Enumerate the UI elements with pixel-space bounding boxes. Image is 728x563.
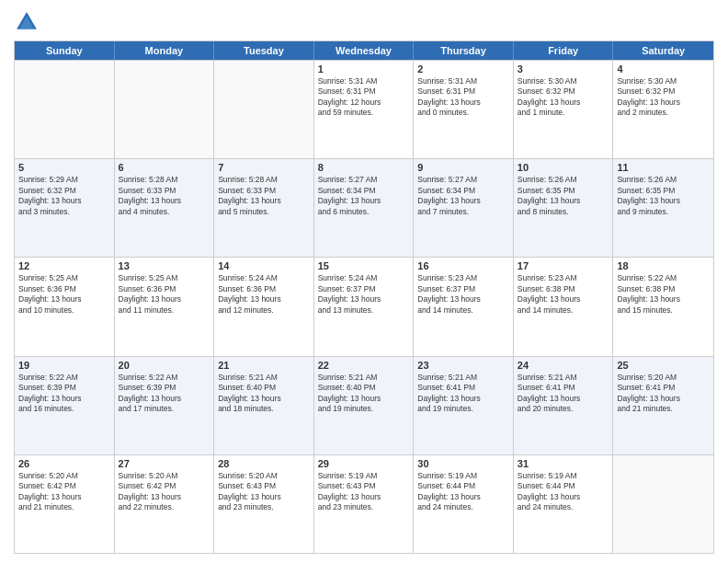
day-number: 19: [18, 360, 110, 371]
day-number: 30: [417, 458, 509, 469]
day-number: 15: [318, 260, 410, 271]
calendar: SundayMondayTuesdayWednesdayThursdayFrid…: [14, 40, 714, 554]
day-number: 28: [218, 458, 310, 469]
day-info: Sunrise: 5:25 AM Sunset: 6:36 PM Dayligh…: [119, 273, 210, 316]
calendar-cell: [15, 61, 115, 158]
calendar-row: 12Sunrise: 5:25 AM Sunset: 6:36 PM Dayli…: [15, 257, 713, 355]
day-info: Sunrise: 5:30 AM Sunset: 6:32 PM Dayligh…: [518, 76, 609, 119]
day-number: 6: [119, 162, 210, 173]
calendar-cell: 9Sunrise: 5:27 AM Sunset: 6:34 PM Daylig…: [414, 159, 514, 257]
day-info: Sunrise: 5:20 AM Sunset: 6:42 PM Dayligh…: [18, 471, 110, 513]
calendar-cell: 18Sunrise: 5:22 AM Sunset: 6:38 PM Dayli…: [613, 258, 713, 355]
day-info: Sunrise: 5:26 AM Sunset: 6:35 PM Dayligh…: [617, 175, 710, 217]
calendar-cell: 7Sunrise: 5:28 AM Sunset: 6:33 PM Daylig…: [214, 159, 314, 257]
logo: [14, 9, 43, 35]
day-number: 13: [119, 260, 210, 271]
day-number: 24: [518, 360, 609, 371]
calendar-cell: 25Sunrise: 5:20 AM Sunset: 6:41 PM Dayli…: [613, 357, 713, 454]
day-info: Sunrise: 5:28 AM Sunset: 6:33 PM Dayligh…: [119, 175, 210, 217]
day-info: Sunrise: 5:21 AM Sunset: 6:40 PM Dayligh…: [218, 373, 310, 415]
calendar-cell: 14Sunrise: 5:24 AM Sunset: 6:36 PM Dayli…: [214, 258, 314, 355]
day-number: 23: [417, 360, 509, 371]
calendar-cell: [115, 61, 215, 158]
calendar-row: 5Sunrise: 5:29 AM Sunset: 6:32 PM Daylig…: [15, 158, 713, 257]
calendar-cell: 20Sunrise: 5:22 AM Sunset: 6:39 PM Dayli…: [115, 357, 215, 454]
day-number: 27: [119, 458, 210, 469]
day-info: Sunrise: 5:23 AM Sunset: 6:37 PM Dayligh…: [417, 273, 509, 316]
calendar-cell: 23Sunrise: 5:21 AM Sunset: 6:41 PM Dayli…: [414, 357, 514, 454]
header: [14, 9, 714, 35]
day-info: Sunrise: 5:22 AM Sunset: 6:39 PM Dayligh…: [119, 373, 210, 415]
calendar-row: 26Sunrise: 5:20 AM Sunset: 6:42 PM Dayli…: [15, 454, 713, 553]
calendar-cell: 3Sunrise: 5:30 AM Sunset: 6:32 PM Daylig…: [514, 61, 614, 158]
calendar-cell: 29Sunrise: 5:19 AM Sunset: 6:43 PM Dayli…: [314, 455, 415, 553]
day-number: 31: [518, 458, 609, 469]
day-info: Sunrise: 5:24 AM Sunset: 6:37 PM Dayligh…: [318, 273, 410, 316]
day-info: Sunrise: 5:31 AM Sunset: 6:31 PM Dayligh…: [417, 76, 509, 119]
weekday-header: Thursday: [414, 41, 514, 60]
calendar-cell: 13Sunrise: 5:25 AM Sunset: 6:36 PM Dayli…: [115, 258, 215, 355]
day-number: 3: [518, 63, 609, 75]
day-info: Sunrise: 5:26 AM Sunset: 6:35 PM Dayligh…: [518, 175, 609, 217]
day-number: 2: [417, 63, 509, 75]
day-number: 8: [318, 162, 410, 173]
weekday-header: Tuesday: [214, 41, 314, 60]
day-number: 26: [18, 458, 110, 469]
calendar-row: 1Sunrise: 5:31 AM Sunset: 6:31 PM Daylig…: [15, 60, 713, 158]
day-number: 25: [617, 360, 710, 371]
day-info: Sunrise: 5:20 AM Sunset: 6:41 PM Dayligh…: [617, 373, 710, 415]
calendar-cell: 2Sunrise: 5:31 AM Sunset: 6:31 PM Daylig…: [414, 61, 514, 158]
calendar-cell: 5Sunrise: 5:29 AM Sunset: 6:32 PM Daylig…: [15, 159, 115, 257]
page: SundayMondayTuesdayWednesdayThursdayFrid…: [0, 0, 728, 563]
calendar-cell: 8Sunrise: 5:27 AM Sunset: 6:34 PM Daylig…: [314, 159, 415, 257]
logo-icon: [14, 9, 40, 35]
day-number: 22: [318, 360, 410, 371]
day-number: 5: [18, 162, 110, 173]
calendar-cell: 28Sunrise: 5:20 AM Sunset: 6:43 PM Dayli…: [214, 455, 314, 553]
day-info: Sunrise: 5:20 AM Sunset: 6:43 PM Dayligh…: [218, 471, 310, 513]
day-info: Sunrise: 5:27 AM Sunset: 6:34 PM Dayligh…: [318, 175, 410, 217]
day-number: 11: [617, 162, 710, 173]
calendar-cell: 12Sunrise: 5:25 AM Sunset: 6:36 PM Dayli…: [15, 258, 115, 355]
calendar-cell: 1Sunrise: 5:31 AM Sunset: 6:31 PM Daylig…: [314, 61, 415, 158]
calendar-cell: 26Sunrise: 5:20 AM Sunset: 6:42 PM Dayli…: [15, 455, 115, 553]
calendar-body: 1Sunrise: 5:31 AM Sunset: 6:31 PM Daylig…: [15, 60, 713, 553]
calendar-cell: 6Sunrise: 5:28 AM Sunset: 6:33 PM Daylig…: [115, 159, 215, 257]
day-number: 10: [518, 162, 609, 173]
day-info: Sunrise: 5:22 AM Sunset: 6:38 PM Dayligh…: [617, 273, 710, 316]
day-info: Sunrise: 5:19 AM Sunset: 6:44 PM Dayligh…: [417, 471, 509, 513]
day-info: Sunrise: 5:25 AM Sunset: 6:36 PM Dayligh…: [18, 273, 110, 316]
calendar-row: 19Sunrise: 5:22 AM Sunset: 6:39 PM Dayli…: [15, 356, 713, 454]
calendar-cell: 22Sunrise: 5:21 AM Sunset: 6:40 PM Dayli…: [314, 357, 415, 454]
day-number: 4: [617, 63, 710, 75]
calendar-cell: 21Sunrise: 5:21 AM Sunset: 6:40 PM Dayli…: [214, 357, 314, 454]
calendar-cell: 15Sunrise: 5:24 AM Sunset: 6:37 PM Dayli…: [314, 258, 415, 355]
day-info: Sunrise: 5:28 AM Sunset: 6:33 PM Dayligh…: [218, 175, 310, 217]
day-number: 9: [417, 162, 509, 173]
day-info: Sunrise: 5:23 AM Sunset: 6:38 PM Dayligh…: [518, 273, 609, 316]
day-info: Sunrise: 5:20 AM Sunset: 6:42 PM Dayligh…: [119, 471, 210, 513]
calendar-cell: [613, 455, 713, 553]
calendar-cell: [214, 61, 314, 158]
day-info: Sunrise: 5:21 AM Sunset: 6:41 PM Dayligh…: [417, 373, 509, 415]
day-number: 12: [18, 260, 110, 271]
day-number: 18: [617, 260, 710, 271]
day-number: 1: [318, 63, 410, 75]
calendar-cell: 27Sunrise: 5:20 AM Sunset: 6:42 PM Dayli…: [115, 455, 215, 553]
weekday-header: Friday: [514, 41, 614, 60]
day-info: Sunrise: 5:19 AM Sunset: 6:43 PM Dayligh…: [318, 471, 410, 513]
calendar-cell: 4Sunrise: 5:30 AM Sunset: 6:32 PM Daylig…: [613, 61, 713, 158]
weekday-header: Monday: [115, 41, 215, 60]
day-number: 20: [119, 360, 210, 371]
day-number: 14: [218, 260, 310, 271]
day-info: Sunrise: 5:19 AM Sunset: 6:44 PM Dayligh…: [518, 471, 609, 513]
calendar-cell: 30Sunrise: 5:19 AM Sunset: 6:44 PM Dayli…: [414, 455, 514, 553]
calendar-header: SundayMondayTuesdayWednesdayThursdayFrid…: [15, 41, 713, 60]
day-info: Sunrise: 5:31 AM Sunset: 6:31 PM Dayligh…: [318, 76, 410, 119]
calendar-cell: 24Sunrise: 5:21 AM Sunset: 6:41 PM Dayli…: [514, 357, 614, 454]
calendar-cell: 31Sunrise: 5:19 AM Sunset: 6:44 PM Dayli…: [514, 455, 614, 553]
day-info: Sunrise: 5:22 AM Sunset: 6:39 PM Dayligh…: [18, 373, 110, 415]
day-info: Sunrise: 5:27 AM Sunset: 6:34 PM Dayligh…: [417, 175, 509, 217]
day-number: 17: [518, 260, 609, 271]
day-info: Sunrise: 5:24 AM Sunset: 6:36 PM Dayligh…: [218, 273, 310, 316]
